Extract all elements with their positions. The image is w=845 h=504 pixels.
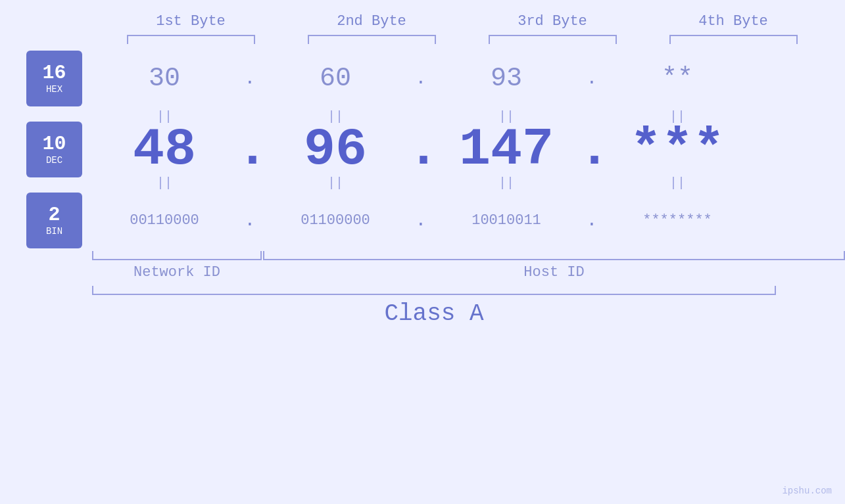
hex-badge-num: 16 bbox=[42, 62, 66, 84]
outer-bracket bbox=[92, 286, 776, 295]
dec-badge-num: 10 bbox=[42, 133, 66, 155]
hex-values: 30 . 60 . 93 . ** bbox=[92, 64, 845, 93]
dec-byte-2: 96 bbox=[263, 120, 408, 179]
network-id-label: Network ID bbox=[92, 264, 262, 281]
hex-byte-4: ** bbox=[605, 64, 750, 93]
hex-dot-2: . bbox=[408, 68, 434, 89]
dec-values: 48 . 96 . 147 . *** bbox=[92, 120, 845, 179]
bin-badge: 2 BIN bbox=[26, 193, 82, 248]
class-label: Class A bbox=[26, 300, 842, 327]
hex-row: 16 HEX 30 . 60 . 93 . ** bbox=[26, 51, 845, 106]
hex-dot-3: . bbox=[579, 68, 605, 89]
bracket-3 bbox=[489, 35, 617, 44]
host-id-label: Host ID bbox=[263, 264, 845, 281]
bracket-4 bbox=[669, 35, 798, 44]
dec-dot-2: . bbox=[408, 120, 434, 179]
bin-byte-4: ******** bbox=[605, 212, 750, 229]
bin-dot-2: . bbox=[408, 210, 434, 231]
dec-byte-1: 48 bbox=[92, 120, 237, 179]
byte-header-4: 4th Byte bbox=[661, 13, 806, 30]
byte-headers: 1st Byte 2nd Byte 3rd Byte 4th Byte bbox=[101, 13, 824, 30]
dec-byte-4: *** bbox=[605, 120, 750, 179]
bin-byte-2: 01100000 bbox=[263, 212, 408, 229]
equals-dec-bin: || || || || bbox=[92, 173, 845, 193]
bin-byte-3: 10010011 bbox=[434, 212, 579, 229]
id-labels: Network ID Host ID bbox=[92, 264, 845, 281]
dec-badge-label: DEC bbox=[46, 155, 62, 166]
bin-row: 2 BIN 00110000 . 01100000 . 10010011 . *… bbox=[26, 193, 845, 248]
main-content: 16 HEX 30 . 60 . 93 . ** bbox=[26, 51, 845, 327]
bin-values: 00110000 . 01100000 . 10010011 . *******… bbox=[92, 210, 845, 231]
hex-byte-2: 60 bbox=[263, 64, 408, 93]
network-id-bracket bbox=[92, 251, 262, 260]
byte-header-2: 2nd Byte bbox=[299, 13, 444, 30]
bracket-1 bbox=[127, 35, 255, 44]
hex-badge: 16 HEX bbox=[26, 51, 82, 106]
bracket-2 bbox=[308, 35, 436, 44]
bin-badge-label: BIN bbox=[46, 226, 62, 237]
byte-header-1: 1st Byte bbox=[118, 13, 263, 30]
bin-dot-1: . bbox=[237, 210, 263, 231]
main-container: 1st Byte 2nd Byte 3rd Byte 4th Byte 16 H… bbox=[0, 0, 845, 504]
hex-dot-1: . bbox=[237, 68, 263, 89]
hex-badge-label: HEX bbox=[46, 84, 62, 95]
hex-byte-3: 93 bbox=[434, 64, 579, 93]
dec-row: 10 DEC 48 . 96 . 147 . *** bbox=[26, 120, 845, 179]
header-brackets bbox=[101, 35, 824, 44]
bottom-brackets bbox=[92, 251, 845, 260]
watermark: ipshu.com bbox=[782, 486, 832, 496]
dec-dot-3: . bbox=[579, 120, 605, 179]
dec-dot-1: . bbox=[237, 120, 263, 179]
hex-byte-1: 30 bbox=[92, 64, 237, 93]
dec-byte-3: 147 bbox=[434, 120, 579, 179]
byte-header-3: 3rd Byte bbox=[480, 13, 625, 30]
bin-badge-num: 2 bbox=[48, 204, 60, 226]
bin-dot-3: . bbox=[579, 210, 605, 231]
host-id-bracket bbox=[263, 251, 845, 260]
dec-badge: 10 DEC bbox=[26, 122, 82, 177]
bin-byte-1: 00110000 bbox=[92, 212, 237, 229]
